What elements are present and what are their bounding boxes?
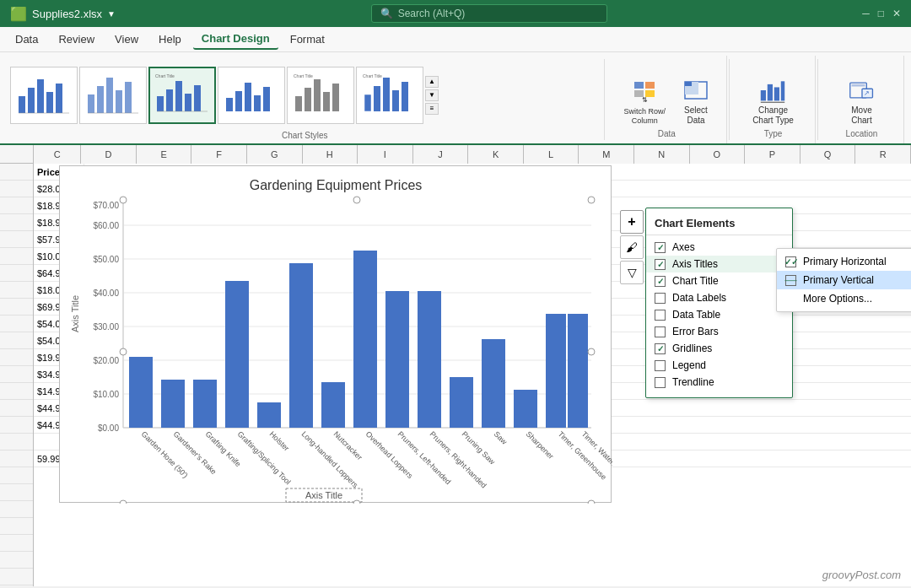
chart-title-label: Chart Title xyxy=(672,275,719,287)
svg-rect-80 xyxy=(289,263,313,428)
submenu-more-options[interactable]: More Options... xyxy=(777,289,911,308)
col-p-header: P xyxy=(745,145,800,164)
search-placeholder: Search (Alt+Q) xyxy=(398,8,466,19)
svg-rect-27 xyxy=(314,79,321,111)
svg-text:Saw: Saw xyxy=(493,429,509,446)
trendline-checkbox xyxy=(655,377,666,388)
maximize-btn[interactable]: □ xyxy=(878,8,884,19)
search-box[interactable]: 🔍 Search (Alt+Q) xyxy=(371,4,607,23)
chart-style-2[interactable] xyxy=(79,67,147,124)
popup-item-chart-title[interactable]: Chart Title xyxy=(646,272,792,289)
popup-item-axis-titles[interactable]: Axis Titles xyxy=(646,256,792,272)
svg-text:↗: ↗ xyxy=(863,89,869,97)
menu-view[interactable]: View xyxy=(106,30,147,49)
svg-text:Chart Title: Chart Title xyxy=(294,73,313,78)
scroll-arrows: ▲ ▼ ≡ xyxy=(425,76,439,115)
minimize-btn[interactable]: ─ xyxy=(862,8,870,19)
select-data-icon xyxy=(682,77,709,104)
menu-help[interactable]: Help xyxy=(150,30,190,49)
svg-rect-20 xyxy=(235,91,242,111)
svg-rect-88 xyxy=(546,314,566,428)
popup-item-legend[interactable]: Legend xyxy=(646,357,792,374)
col-r-header: R xyxy=(855,145,911,164)
cells-area: Price $28.00 $18.95 $18.95 $57.95 $10.00… xyxy=(34,164,911,586)
svg-rect-84 xyxy=(418,291,441,428)
svg-text:Axis Title: Axis Title xyxy=(70,295,80,332)
col-c-header: C xyxy=(34,145,81,164)
svg-point-108 xyxy=(353,197,360,203)
switch-row-col-label: Switch Row/Column xyxy=(623,107,666,126)
chart-style-5[interactable]: Chart Title xyxy=(287,67,354,124)
scroll-more[interactable]: ≡ xyxy=(425,103,439,115)
submenu-primary-horizontal[interactable]: ✓ Primary Horizontal xyxy=(777,252,911,271)
dropdown-arrow[interactable]: ▼ xyxy=(107,9,116,19)
chart-style-3[interactable]: Chart Title xyxy=(148,67,216,124)
svg-rect-79 xyxy=(257,402,281,428)
menu-data[interactable]: Data xyxy=(7,30,46,49)
menu-format[interactable]: Format xyxy=(282,30,333,49)
popup-item-gridlines[interactable]: Gridlines xyxy=(646,340,792,357)
spreadsheet-body: Price $28.00 $18.95 $18.95 $57.95 $10.00… xyxy=(0,164,911,586)
svg-rect-21 xyxy=(245,83,251,111)
svg-text:Grafting/Splicing Tool: Grafting/Splicing Tool xyxy=(236,429,293,486)
svg-rect-47 xyxy=(692,90,698,94)
svg-rect-16 xyxy=(185,94,191,111)
svg-rect-42 xyxy=(685,82,692,86)
svg-point-114 xyxy=(588,500,595,504)
popup-item-data-labels[interactable]: Data Labels xyxy=(646,289,792,306)
chart-filters-btn[interactable]: ▽ xyxy=(620,261,644,284)
svg-rect-53 xyxy=(851,84,865,87)
svg-rect-82 xyxy=(353,251,377,428)
col-m-header: M xyxy=(579,145,634,164)
svg-text:⇅: ⇅ xyxy=(642,96,648,104)
row-num-header xyxy=(0,145,34,163)
move-chart-btn[interactable]: ↗ MoveChart xyxy=(842,73,882,129)
ribbon-data-items: ⇅ Switch Row/Column xyxy=(617,57,716,129)
svg-rect-25 xyxy=(295,96,302,111)
chart-styles-btn[interactable]: 🖌 xyxy=(620,235,644,259)
chart-style-6[interactable]: Chart Title xyxy=(356,67,423,124)
svg-rect-87 xyxy=(514,390,537,428)
menu-chart-design[interactable]: Chart Design xyxy=(193,29,278,50)
search-area: 🔍 Search (Alt+Q) xyxy=(116,4,862,23)
popup-item-error-bars[interactable]: Error Bars xyxy=(646,323,792,340)
col-headers: C D E F G H I J K L M N O P Q R xyxy=(0,145,911,164)
svg-text:$40.00: $40.00 xyxy=(93,289,119,298)
menu-review[interactable]: Review xyxy=(50,30,103,49)
ribbon-type-items: ChangeChart Type xyxy=(746,57,800,129)
svg-rect-36 xyxy=(634,82,644,89)
search-icon: 🔍 xyxy=(380,8,393,19)
select-data-btn[interactable]: SelectData xyxy=(676,73,716,129)
primary-vertical-label: Primary Vertical xyxy=(803,274,874,286)
popup-item-data-table[interactable]: Data Table xyxy=(646,306,792,323)
popup-item-trendline[interactable]: Trendline xyxy=(646,374,792,391)
chart-style-1[interactable] xyxy=(10,67,78,124)
add-element-btn[interactable]: + xyxy=(620,210,644,234)
svg-rect-44 xyxy=(685,86,692,90)
svg-text:Pruners, Right-handed: Pruners, Right-handed xyxy=(429,429,488,489)
svg-text:$70.00: $70.00 xyxy=(93,201,119,210)
close-btn[interactable]: ✕ xyxy=(892,8,901,19)
chart-container[interactable]: Gardening Equipment Prices Axis Title xyxy=(59,165,612,503)
popup-item-axes[interactable]: Axes xyxy=(646,239,792,256)
scroll-down[interactable]: ▼ xyxy=(425,89,439,101)
svg-rect-7 xyxy=(97,86,104,113)
svg-rect-28 xyxy=(323,92,330,111)
svg-rect-45 xyxy=(692,86,698,90)
axes-label: Axes xyxy=(672,241,695,253)
col-n-header: N xyxy=(634,145,690,164)
chart-style-4[interactable] xyxy=(218,67,285,124)
col-j-header: J xyxy=(413,145,469,164)
switch-row-col-btn[interactable]: ⇅ Switch Row/Column xyxy=(617,75,672,129)
data-labels-label: Data Labels xyxy=(672,292,726,304)
type-section-label: Type xyxy=(764,129,783,142)
menu-bar: Data Review View Help Chart Design Forma… xyxy=(0,27,911,52)
svg-rect-23 xyxy=(263,87,270,111)
svg-rect-17 xyxy=(194,85,201,111)
scroll-up[interactable]: ▲ xyxy=(425,76,439,88)
switch-icon: ⇅ xyxy=(631,78,658,105)
change-chart-type-btn[interactable]: ChangeChart Type xyxy=(746,73,800,129)
title-bar-left: 🟩 Supplies2.xlsx ▼ xyxy=(10,6,116,22)
submenu-primary-vertical[interactable]: ─ Primary Vertical xyxy=(777,271,911,289)
svg-text:Nutcracker: Nutcracker xyxy=(332,429,364,461)
